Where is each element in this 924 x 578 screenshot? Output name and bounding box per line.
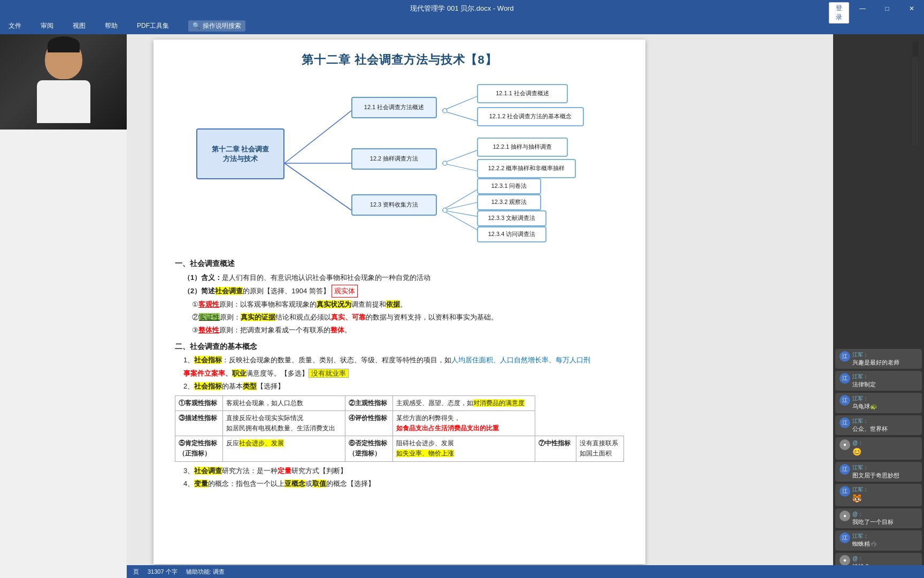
minimize-button[interactable]: —	[850, 0, 875, 17]
chat-content-5: @： 😊	[852, 439, 918, 458]
leaf-label: 12.1.1 社会调查概述	[496, 89, 549, 97]
leaf-label: 12.3.4 访问调查法	[488, 230, 536, 238]
item-1-1: （1）含义：是人们有目的、有意识地认识社会事物和社会现象的一种自觉的活动	[183, 272, 624, 284]
chat-name-2: 江军：	[852, 373, 918, 381]
mindmap-node-12-2-2: 12.2.2 概率抽样和非概率抽样	[477, 159, 576, 178]
chat-content-6: 江军： 图文屈于奇思妙想	[852, 464, 918, 480]
cell-1-4: 主观感受、愿望、态度，如对消费品的满意度	[392, 396, 535, 410]
item-2-2: 2、社会指标的基本类型【选择】	[183, 381, 624, 392]
sub-item-1-2-2: ②实证性原则：真实的证据结论和观点必须以真实、可靠的数据与资料支持，以资料和事实…	[192, 311, 624, 323]
document-page: 第十二章 社会调查方法与技术【8】	[153, 40, 645, 564]
svg-line-3	[442, 95, 480, 111]
person-head	[45, 39, 82, 79]
cell-3-6: 没有直接联系如国土面积	[576, 436, 623, 461]
person-body	[37, 80, 90, 123]
chat-name-7: 江军：	[852, 486, 918, 493]
chat-text-8: 我吃了一个目标	[852, 518, 918, 526]
table-row-2: ③描述性指标 直接反应社会现实实际情况如居民拥有电视机数量、生活消费支出 ④评价…	[175, 410, 624, 436]
svg-line-4	[442, 111, 480, 122]
svg-point-14	[443, 109, 447, 113]
login-button[interactable]: 登录	[829, 2, 849, 24]
close-button[interactable]: ✕	[899, 0, 924, 17]
chat-message-6: 江 江军： 图文屈于奇思妙想	[835, 462, 922, 482]
cell-3-1: ⑤肯定性指标（正指标）	[175, 436, 223, 461]
mindmap-node-12-2: 12.2 抽样调查方法	[351, 148, 437, 170]
sub-item-1-2-3: ③整体性原则：把调查对象看成一个有联系的整体。	[192, 324, 624, 336]
chat-avatar-3: 江	[840, 395, 850, 406]
mindmap-node-12-3-3: 12.3.3 文献调查法	[477, 210, 546, 226]
leaf-label: 12.2.1 抽样与抽样调查	[493, 143, 552, 151]
ribbon: 文件 审阅 视图 帮助 PDF工具集 🔍 操作说明搜索	[0, 17, 924, 34]
person-silhouette	[32, 39, 96, 125]
chat-message-8: ● @： 我吃了一个目标	[835, 508, 922, 528]
node-label: 12.1 社会调查方法概述	[364, 103, 424, 111]
section-2-title: 二、社会调查的基本概念	[175, 340, 624, 352]
mindmap-node-12-3-4: 12.3.4 访问调查法	[477, 226, 546, 242]
chat-text-2: 法律制定	[852, 381, 918, 389]
cell-3-2: 反应社会进步、发展	[223, 436, 345, 461]
chat-avatar-2: 江	[840, 373, 850, 384]
chat-avatar-5: ●	[840, 439, 850, 450]
svg-line-8	[442, 202, 480, 210]
mindmap-node-12-3: 12.3 资料收集方法	[351, 194, 437, 216]
svg-point-16	[443, 208, 447, 212]
chat-avatar-10: ●	[840, 555, 850, 566]
svg-point-15	[443, 161, 447, 165]
cell-1-1: ①客观性指标	[175, 396, 223, 410]
node-label: 12.3 资料收集方法	[370, 201, 418, 209]
status-bar: 页 31307 个字 辅助功能: 调查	[127, 565, 924, 578]
mindmap-node-12-3-1: 12.3.1 问卷法	[477, 178, 541, 194]
chat-name-1: 江军：	[852, 351, 918, 359]
chat-text-4: 公众、世界杯	[852, 425, 918, 433]
chat-content-7: 江军： 🐯	[852, 486, 918, 504]
title-bar: 现代管理学 001 贝尔.docx - Word 登录 — □ ✕	[0, 0, 924, 17]
camera-person	[0, 34, 127, 130]
item-2-1: 1、社会指标：反映社会现象的数量、质量、类别、状态、等级、程度等特性的项目，如人…	[183, 354, 624, 366]
mindmap: 第十二章 社会调查方法与技术 12.1 社会调查方法概述 12.2 抽样调查方法…	[175, 78, 624, 249]
chat-sidebar: 江 江军： 兴趣是最好的老师 江 江军： 法律制定 江 江军： 乌龟球🐢 江 江…	[833, 34, 924, 578]
chat-content-4: 江军： 公众、世界杯	[852, 417, 918, 433]
item-2-1-cont: 事案件立案率、职业满意度等。【多选】没有就业率	[183, 368, 624, 379]
ribbon-search[interactable]: 🔍 操作说明搜索	[188, 20, 245, 32]
chat-name-3: 江军：	[852, 395, 918, 402]
search-icon: 🔍	[192, 22, 201, 29]
leaf-label: 12.3.1 问卷法	[491, 182, 527, 190]
ribbon-tab-view[interactable]: 视图	[68, 19, 90, 33]
ribbon-tab-review[interactable]: 审阅	[36, 19, 58, 33]
mindmap-node-12-1-1: 12.1.1 社会调查概述	[477, 84, 568, 103]
cell-1-3: ②主观性指标	[345, 396, 392, 410]
item-2-3: 3、社会调查研究方法：是一种定量研究方式【判断】	[183, 465, 624, 477]
chat-name-10: @：	[852, 555, 918, 562]
mindmap-node-12-3-2: 12.3.2 观察法	[477, 194, 541, 210]
chat-text-3: 乌龟球🐢	[852, 402, 918, 410]
leaf-label: 12.1.2 社会调查方法的基本概念	[489, 112, 572, 120]
chat-avatar-4: 江	[840, 417, 850, 428]
word-count: 31307 个字	[148, 568, 178, 576]
chat-avatar-8: ●	[840, 511, 850, 521]
ribbon-tab-help[interactable]: 帮助	[101, 19, 122, 33]
svg-line-2	[284, 163, 351, 210]
ribbon-tab-file[interactable]: 文件	[4, 19, 26, 33]
chat-name-6: 江军：	[852, 464, 918, 471]
svg-line-0	[284, 111, 351, 163]
chat-message-4: 江 江军： 公众、世界杯	[835, 415, 922, 435]
window-title: 现代管理学 001 贝尔.docx - Word	[410, 4, 513, 13]
cell-2-1: ③描述性指标	[175, 410, 223, 436]
social-indicator-table: ①客观性指标 客观社会现象，如人口总数 ②主观性指标 主观感受、愿望、态度，如对…	[175, 396, 624, 462]
table-row-1: ①客观性指标 客观社会现象，如人口总数 ②主观性指标 主观感受、愿望、态度，如对…	[175, 396, 624, 410]
mindmap-center: 第十二章 社会调查方法与技术	[196, 128, 284, 179]
sub-item-1-2-1: ①客观性原则：以客观事物和客观现象的真实状况为调查前提和依据。	[192, 299, 624, 310]
ribbon-tab-pdf[interactable]: PDF工具集	[133, 19, 173, 33]
leaf-label: 12.3.2 观察法	[491, 198, 527, 206]
maximize-button[interactable]: □	[875, 0, 899, 17]
node-label: 12.2 抽样调查方法	[370, 155, 418, 163]
chat-avatar-9: 江	[840, 533, 850, 543]
chat-content-2: 江军： 法律制定	[852, 373, 918, 389]
cell-3-3: ⑥否定性指标（逆指标）	[345, 436, 392, 461]
section-1-title: 一、社会调查概述	[175, 257, 624, 269]
svg-line-5	[442, 149, 480, 163]
cell-2-4: 某些方面的利弊得失，如食品支出占生活消费品支出的比重	[392, 410, 535, 436]
cell-3-5: ⑦中性指标	[535, 436, 576, 461]
chat-avatar-6: 江	[840, 464, 850, 475]
leaf-label: 12.2.2 概率抽样和非概率抽样	[488, 164, 565, 172]
